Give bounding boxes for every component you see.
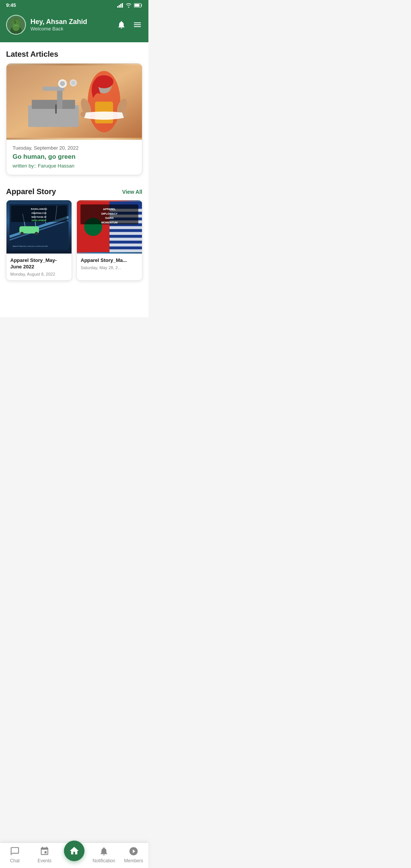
welcome-back-text: Welcome Back bbox=[30, 26, 87, 32]
svg-rect-2 bbox=[120, 4, 121, 8]
story-card-date-1: Monday, August 8, 2022 bbox=[10, 272, 68, 276]
story-card-title-2: Apparel Story_Ma... bbox=[81, 257, 138, 264]
battery-icon bbox=[134, 3, 142, 8]
svg-rect-32 bbox=[55, 105, 57, 114]
story-card-image-2: APPAREL DIPLOMACY GAINS MOMENTUM bbox=[77, 200, 142, 254]
status-icons bbox=[117, 3, 142, 8]
app-header: Hey, Ahsan Zahid Welcome Back bbox=[0, 10, 148, 42]
status-time: 9:45 bbox=[6, 2, 16, 8]
story-card-2[interactable]: APPAREL DIPLOMACY GAINS MOMENTUM Apparel… bbox=[76, 200, 142, 281]
svg-rect-57 bbox=[110, 244, 142, 247]
apparel-story-section-header: Apparel Story View All bbox=[0, 181, 148, 200]
user-greeting: Hey, Ahsan Zahid bbox=[30, 18, 87, 26]
svg-point-10 bbox=[13, 24, 19, 31]
svg-rect-56 bbox=[110, 238, 142, 241]
svg-point-42 bbox=[35, 232, 38, 235]
svg-point-18 bbox=[60, 81, 65, 86]
svg-text:NEW PHASE OF: NEW PHASE OF bbox=[32, 216, 47, 218]
featured-article-title[interactable]: Go human, go green bbox=[13, 153, 136, 161]
featured-article-image bbox=[6, 64, 142, 140]
user-avatar[interactable] bbox=[6, 15, 26, 35]
view-all-button[interactable]: View All bbox=[122, 189, 142, 195]
svg-text:MOMENTUM: MOMENTUM bbox=[101, 221, 118, 224]
svg-rect-55 bbox=[110, 232, 142, 235]
apparel-story-heading: Apparel Story bbox=[6, 187, 56, 196]
notification-bell-icon[interactable] bbox=[116, 20, 126, 30]
svg-rect-14 bbox=[32, 100, 75, 109]
svg-rect-58 bbox=[110, 249, 142, 252]
story-card-title-1: Apparel Story_May-June 2022 bbox=[10, 257, 68, 270]
svg-text:Apparel Diplomacy continues to: Apparel Diplomacy continues to unlock po… bbox=[13, 245, 48, 247]
status-bar: 9:45 bbox=[0, 0, 148, 10]
story-cards-container: BANGLADESH PREPPING FOR NEW PHASE OF DEV… bbox=[0, 200, 148, 287]
main-content: Latest Articles bbox=[0, 42, 148, 317]
featured-article-date: Tuesday, September 20, 2022 bbox=[13, 145, 136, 151]
featured-article-author[interactable]: written by:: Faruque Hassan bbox=[13, 163, 136, 169]
svg-point-20 bbox=[71, 81, 75, 85]
header-greeting-text: Hey, Ahsan Zahid Welcome Back bbox=[30, 18, 87, 32]
story-card-image-1: BANGLADESH PREPPING FOR NEW PHASE OF DEV… bbox=[6, 200, 72, 254]
featured-article-card[interactable]: Tuesday, September 20, 2022 Go human, go… bbox=[6, 63, 142, 175]
svg-text:APPAREL: APPAREL bbox=[103, 208, 116, 211]
story-card-date-2: Saturday, May 28, 2... bbox=[81, 265, 138, 270]
svg-text:BANGLADESH: BANGLADESH bbox=[31, 208, 47, 210]
svg-rect-1 bbox=[119, 5, 120, 8]
wifi-icon bbox=[126, 3, 132, 8]
story-card-body-2: Apparel Story_Ma... Saturday, May 28, 2.… bbox=[77, 254, 142, 274]
latest-articles-heading: Latest Articles bbox=[0, 42, 148, 63]
svg-text:PREPPING FOR: PREPPING FOR bbox=[32, 212, 46, 214]
story-card-body-1: Apparel Story_May-June 2022 Monday, Augu… bbox=[6, 254, 72, 280]
story-card-1[interactable]: BANGLADESH PREPPING FOR NEW PHASE OF DEV… bbox=[6, 200, 72, 281]
svg-rect-54 bbox=[110, 226, 142, 229]
svg-rect-0 bbox=[117, 6, 118, 8]
header-user-info: Hey, Ahsan Zahid Welcome Back bbox=[6, 15, 87, 35]
menu-icon[interactable] bbox=[132, 20, 142, 30]
svg-rect-5 bbox=[135, 4, 140, 6]
factory-worker-illustration bbox=[6, 64, 142, 140]
svg-text:DIPLOMACY: DIPLOMACY bbox=[101, 212, 118, 215]
svg-rect-3 bbox=[122, 3, 123, 8]
signal-icon bbox=[117, 3, 123, 8]
header-action-icons bbox=[116, 20, 142, 30]
featured-article-body: Tuesday, September 20, 2022 Go human, go… bbox=[6, 140, 142, 175]
svg-point-41 bbox=[20, 232, 24, 235]
svg-text:GAINS: GAINS bbox=[105, 217, 114, 220]
svg-text:DEVELOPMENT: DEVELOPMENT bbox=[32, 219, 47, 222]
